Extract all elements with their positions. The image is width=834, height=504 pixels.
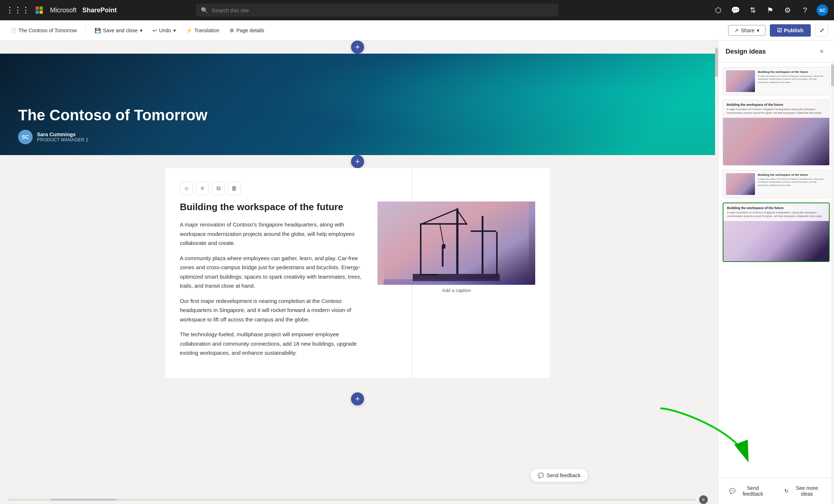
- idea-4-full: Building the workspace of the future A m…: [723, 203, 829, 261]
- delete-icon: 🗑: [231, 185, 237, 192]
- scrollbar-track[interactable]: [7, 499, 696, 501]
- edit-icon: ≡: [201, 185, 204, 192]
- idea-3-title: Building the workspace of the future: [758, 173, 826, 176]
- hero-author-info: Sara Cummings PRODUCT MANAGER 2: [37, 132, 88, 142]
- microsoft-text: Microsoft: [50, 7, 77, 14]
- settings-icon[interactable]: ⚙: [782, 4, 793, 16]
- scrollbar-thumb[interactable]: [51, 499, 116, 501]
- page-editor[interactable]: + The Contoso of Tomorrow SC Sara Cummin…: [0, 41, 715, 504]
- flag-icon[interactable]: ⚑: [764, 4, 776, 16]
- microsoft-logo[interactable]: [36, 7, 43, 14]
- design-panel-title: Design ideas: [726, 48, 766, 55]
- content-para-2: A community plaza where employees can ga…: [180, 254, 369, 291]
- page-details-button[interactable]: ⚙ Page details: [225, 25, 269, 36]
- panel-scrollbar-thumb[interactable]: [831, 64, 834, 86]
- panel-scrollbar: [831, 61, 834, 504]
- share-network-icon[interactable]: ⇅: [747, 4, 759, 16]
- text-column: Building the workspace of the future A m…: [180, 201, 369, 363]
- collapse-button[interactable]: ⤢: [815, 24, 828, 37]
- design-idea-card-3[interactable]: Building the workspace of the future A m…: [723, 170, 830, 198]
- add-section-middle-button[interactable]: +: [351, 155, 364, 168]
- design-panel-send-feedback-button[interactable]: 💬 Send feedback: [726, 483, 772, 499]
- hero-avatar: SC: [18, 130, 33, 144]
- hero-content: The Contoso of Tomorrow SC Sara Cummings…: [18, 107, 207, 144]
- send-feedback-float[interactable]: 💬 Send feedback: [530, 468, 588, 482]
- move-icon: ⊹: [184, 185, 189, 192]
- content-para-1: A major renovation of Contoso's Singapor…: [180, 220, 369, 248]
- crane-svg: [377, 201, 535, 285]
- search-input[interactable]: [212, 7, 553, 13]
- refresh-icon: ↻: [784, 488, 789, 494]
- content-image[interactable]: [377, 201, 535, 285]
- page-toolbar: 📄 The Contoso of Tomorrow 💾 Save and clo…: [0, 20, 834, 41]
- copy-icon: ⧉: [216, 185, 220, 192]
- page-breadcrumb[interactable]: 📄 The Contoso of Tomorrow: [6, 25, 81, 36]
- hero-author-name: Sara Cummings: [37, 132, 88, 137]
- add-section-bottom: +: [0, 392, 715, 405]
- idea-3-preview: Building the workspace of the future A m…: [723, 170, 829, 198]
- idea-2-full: Building the workspace of the future A m…: [723, 100, 829, 165]
- image-column: Add a caption: [377, 201, 535, 363]
- help-icon[interactable]: ?: [799, 4, 811, 16]
- avatar[interactable]: SC: [817, 4, 828, 16]
- idea-3-body: A major renovation of Contoso's Singapor…: [758, 178, 826, 187]
- section-toolbar: ⊹ ≡ ⧉ 🗑: [180, 179, 535, 198]
- hero-author-role: PRODUCT MANAGER 2: [37, 137, 88, 142]
- svg-rect-14: [384, 279, 529, 285]
- grid-icon[interactable]: ⋮⋮⋮: [6, 5, 30, 15]
- translation-icon: ⚡: [186, 28, 192, 33]
- translation-button[interactable]: ⚡ Translation: [182, 25, 224, 36]
- hero-title: The Contoso of Tomorrow: [18, 107, 207, 124]
- design-idea-card-1[interactable]: Building the workspace of the future A m…: [723, 67, 830, 95]
- page-title-breadcrumb: The Contoso of Tomorrow: [18, 28, 77, 33]
- undo-dropdown-arrow: ▾: [173, 28, 176, 33]
- two-column-layout: Building the workspace of the future A m…: [180, 201, 535, 363]
- design-idea-card-2[interactable]: Building the workspace of the future A m…: [723, 100, 830, 166]
- undo-icon: ↩: [153, 28, 157, 33]
- hero-section: The Contoso of Tomorrow SC Sara Cummings…: [0, 54, 715, 155]
- design-ideas-panel: Design ideas × Building the workspace of…: [718, 41, 834, 504]
- content-para-3: Our first major redevelopment is nearing…: [180, 296, 369, 324]
- publish-icon: ☑: [777, 27, 782, 34]
- collapse-icon: ⤢: [819, 27, 824, 34]
- see-more-ideas-button[interactable]: ↻ See more ideas: [781, 483, 827, 499]
- add-section-bottom-button[interactable]: +: [351, 392, 364, 405]
- nav-icon-group: ⬡ 💬 ⇅ ⚑ ⚙ ? SC: [712, 4, 828, 16]
- sharepoint-text: SharePoint: [82, 7, 117, 14]
- page-icon: 📄: [10, 28, 16, 33]
- add-section-top-button[interactable]: +: [351, 41, 364, 54]
- design-panel-close-button[interactable]: ×: [817, 46, 827, 57]
- top-navigation: ⋮⋮⋮ Microsoft SharePoint 🔍 ⬡ 💬 ⇅ ⚑ ⚙ ? S…: [0, 0, 834, 20]
- idea-2-overlay: Building the workspace of the future A m…: [723, 100, 829, 118]
- idea-1-thumbnail: [726, 70, 755, 92]
- edit-section-button[interactable]: ≡: [196, 182, 209, 195]
- design-panel-footer: 💬 Send feedback ↻ See more ideas: [718, 478, 834, 504]
- save-dropdown-arrow: ▾: [140, 28, 143, 33]
- copilot-icon[interactable]: ⬡: [712, 4, 724, 16]
- publish-button[interactable]: ☑ Publish: [770, 24, 811, 37]
- undo-button[interactable]: ↩ Undo ▾: [148, 25, 180, 36]
- svg-rect-3: [420, 225, 422, 275]
- copy-section-button[interactable]: ⧉: [212, 182, 225, 195]
- toolbar-right-section: ↗ Share ▾ ☑ Publish ⤢: [728, 24, 828, 37]
- scrollbar-close-button[interactable]: ×: [699, 495, 708, 504]
- idea-2-title: Building the workspace of the future: [727, 103, 826, 107]
- main-area: + The Contoso of Tomorrow SC Sara Cummin…: [0, 41, 834, 504]
- right-side-scrollbar-thumb[interactable]: [715, 48, 718, 77]
- hero-glow-decoration: [215, 54, 715, 155]
- idea-4-overlay: Building the workspace of the future A m…: [723, 203, 829, 221]
- move-section-button[interactable]: ⊹: [180, 182, 193, 195]
- idea-3-text: Building the workspace of the future A m…: [758, 173, 826, 187]
- design-ideas-list[interactable]: Building the workspace of the future A m…: [718, 63, 834, 478]
- image-caption[interactable]: Add a caption: [442, 288, 471, 293]
- add-section-top: +: [0, 41, 715, 54]
- share-dropdown-arrow: ▾: [757, 28, 759, 33]
- chat-icon[interactable]: 💬: [730, 4, 741, 16]
- feedback-icon: 💬: [729, 488, 735, 494]
- svg-rect-9: [471, 230, 496, 232]
- delete-section-button[interactable]: 🗑: [228, 182, 241, 195]
- save-close-button[interactable]: 💾 Save and close ▾: [90, 25, 147, 36]
- search-bar[interactable]: 🔍: [196, 4, 558, 17]
- design-idea-card-4[interactable]: Building the workspace of the future A m…: [723, 203, 830, 262]
- share-button[interactable]: ↗ Share ▾: [728, 25, 765, 36]
